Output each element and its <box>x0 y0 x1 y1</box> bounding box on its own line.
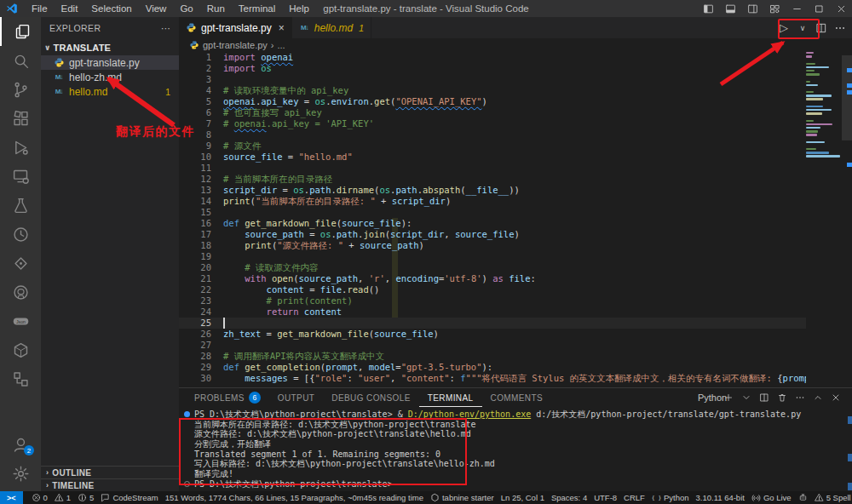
split-editor-icon[interactable] <box>813 19 830 37</box>
bottom-panel: PROBLEMS6OUTPUTDEBUG CONSOLETERMINALCOMM… <box>179 387 852 491</box>
menu-view[interactable]: View <box>139 2 174 15</box>
menu-selection[interactable]: Selection <box>84 2 138 15</box>
editor-group: gpt-translate.py×M↓hello.md1 ▷∨ gpt-tran… <box>179 17 852 387</box>
section-outline[interactable]: ›OUTLINE <box>41 466 179 478</box>
status-indentation[interactable]: Spaces: 4 <box>548 493 590 502</box>
activity-source-control[interactable] <box>0 75 41 104</box>
activity-json-tools[interactable]: Json <box>0 306 41 335</box>
terminal-shell-selector[interactable]: Python <box>703 390 718 405</box>
line-number: 15 <box>179 207 223 218</box>
close-panel-icon[interactable] <box>828 390 843 405</box>
menu-go[interactable]: Go <box>173 2 199 15</box>
panel-tab-problems[interactable]: PROBLEMS6 <box>186 388 269 407</box>
terminal-command-decoration[interactable] <box>184 411 190 417</box>
line-number: 23 <box>179 295 223 306</box>
panel-actions: Python <box>703 388 852 407</box>
run-python-file-button[interactable]: ▷ <box>775 19 792 37</box>
code-line-21: 21 with open(source_path, 'r', encoding=… <box>179 273 806 284</box>
activity-project-manager[interactable] <box>0 364 41 393</box>
window-title: gpt-translate.py - translate - Visual St… <box>323 3 528 14</box>
file-gpt-translate.py[interactable]: gpt-translate.py <box>41 55 179 70</box>
activity-search[interactable] <box>0 46 41 75</box>
status-cursor-position[interactable]: Ln 25, Col 1 <box>498 493 548 502</box>
status-go-live[interactable]: Go Live <box>748 493 795 502</box>
status-language-mode[interactable]: { }Python <box>648 493 693 502</box>
menu-help[interactable]: Help <box>282 2 316 15</box>
activity-github[interactable] <box>0 278 41 306</box>
status-tabnine[interactable]: tabnine starter <box>427 493 498 502</box>
menu-run[interactable]: Run <box>200 2 232 15</box>
terminal-command-decoration[interactable] <box>184 481 190 487</box>
status-infos[interactable]: 5 <box>74 493 97 502</box>
activity-settings[interactable] <box>0 459 41 488</box>
layout-custom-icon[interactable] <box>763 0 786 17</box>
trash-panel-icon[interactable] <box>774 390 790 405</box>
python-file-icon <box>189 40 199 50</box>
code-line-27: 27 <box>179 340 806 351</box>
editor-scrollbar[interactable] <box>847 52 852 387</box>
layout-panel-icon[interactable] <box>719 0 741 17</box>
split-panel-icon[interactable] <box>757 390 772 405</box>
more-editor-icon[interactable] <box>832 19 849 37</box>
more-panel-icon[interactable] <box>792 390 808 405</box>
folder-section-translate[interactable]: ∨ TRANSLATE <box>41 39 179 55</box>
activity-run-and-debug[interactable] <box>0 133 41 162</box>
menu-terminal[interactable]: Terminal <box>232 2 282 15</box>
tab-gpt-translate.py[interactable]: gpt-translate.py× <box>179 17 292 38</box>
panel-tab-comments[interactable]: COMMENTS <box>482 388 552 407</box>
line-number: 28 <box>179 351 223 362</box>
remote-indicator[interactable]: >< <box>0 491 23 504</box>
status-encoding[interactable]: UTF-8 <box>590 493 620 502</box>
terminal-line: PS D:\技术文档\python-project\translate> <box>184 479 845 490</box>
activity-testing[interactable] <box>0 191 41 220</box>
plus-panel-icon[interactable] <box>721 390 736 405</box>
layout-sidebar-right-icon[interactable] <box>741 0 763 17</box>
tab-hello.md[interactable]: M↓hello.md1 <box>292 17 371 38</box>
status-spell-checker[interactable]: 5 Spell <box>811 493 852 502</box>
status-robot[interactable] <box>795 493 811 502</box>
activity-remote-explorer[interactable] <box>0 162 41 191</box>
close-tab-icon[interactable]: × <box>279 22 285 34</box>
menu-file[interactable]: File <box>25 2 55 15</box>
activity-extensions[interactable] <box>0 104 41 133</box>
line-number: 3 <box>179 74 223 85</box>
activity-accounts[interactable]: 2 <box>0 430 41 459</box>
status-python-interpreter[interactable]: 3.10.11 64-bit <box>693 493 748 502</box>
panel-tab-debug-console[interactable]: DEBUG CONSOLE <box>323 388 418 407</box>
status-doc-stats[interactable]: 151 Words, 1774 Chars, 66 Lines, 15 Para… <box>162 493 427 502</box>
file-hello-zh.md[interactable]: M↓hello-zh.md <box>41 70 179 84</box>
activity-timeline-session[interactable] <box>0 220 41 249</box>
editor-actions: ▷∨ <box>775 17 849 38</box>
code-line-14: 14print("当前脚本所在的目录路径: " + script_dir) <box>179 196 806 207</box>
close-icon[interactable] <box>830 0 852 17</box>
panel-tab-terminal[interactable]: TERMINAL <box>419 388 482 407</box>
line-number: 7 <box>179 118 223 129</box>
svg-text:{ }: { } <box>652 495 661 501</box>
terminal-scrollbar[interactable] <box>848 410 852 491</box>
section-timeline[interactable]: ›TIMELINE <box>41 478 179 491</box>
breadcrumb[interactable]: gpt-translate.py › ... <box>179 38 852 52</box>
minimize-icon[interactable] <box>786 0 808 17</box>
activity-containers[interactable] <box>0 335 41 364</box>
file-hello.md[interactable]: M↓hello.md1 <box>41 84 179 99</box>
activity-live-server[interactable] <box>0 249 41 278</box>
explorer-more-icon[interactable]: ⋯ <box>161 23 170 33</box>
minimap[interactable] <box>806 52 842 387</box>
status-eol[interactable]: CRLF <box>620 493 648 502</box>
status-errors[interactable]: 0 <box>28 493 51 502</box>
line-number: 1 <box>179 52 223 63</box>
status-codestream[interactable]: CodeStream <box>97 493 161 502</box>
terminal[interactable]: PS D:\技术文档\python-project\translate> & D… <box>184 410 845 491</box>
code-line-11: 11 <box>179 163 806 174</box>
layout-sidebar-left-icon[interactable] <box>697 0 719 17</box>
menu-edit[interactable]: Edit <box>55 2 85 15</box>
panel-tab-output[interactable]: OUTPUT <box>269 388 324 407</box>
maximize-icon[interactable] <box>808 0 830 17</box>
chevdown-panel-icon[interactable] <box>739 390 754 405</box>
activity-explorer[interactable] <box>0 17 43 46</box>
code-editor[interactable]: 1import openai2import os34# 读取环境变量中的 api… <box>179 52 806 387</box>
status-warnings[interactable]: 1 <box>51 493 74 502</box>
run-dropdown-chevron-icon[interactable]: ∨ <box>794 19 811 37</box>
robot-icon <box>798 493 808 502</box>
chevup-panel-icon[interactable] <box>810 390 826 405</box>
